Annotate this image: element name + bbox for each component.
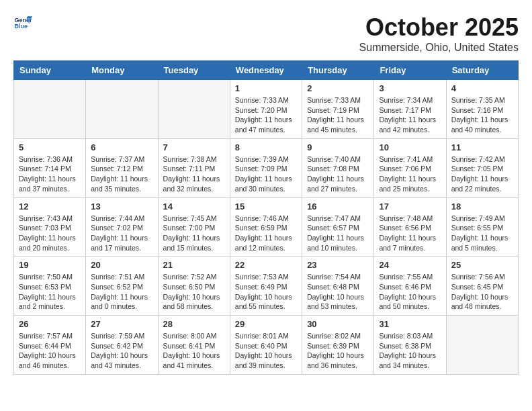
day-info: Sunrise: 8:01 AM Sunset: 6:40 PM Dayligh…	[235, 331, 297, 371]
day-number: 23	[307, 260, 369, 270]
calendar-cell	[446, 316, 518, 375]
day-number: 15	[235, 201, 297, 212]
day-number: 2	[307, 83, 369, 93]
day-number: 8	[235, 142, 297, 152]
logo: General Blue	[13, 13, 32, 32]
day-number: 1	[235, 83, 297, 93]
day-number: 10	[379, 142, 441, 152]
day-number: 19	[19, 260, 81, 270]
calendar-cell: 9Sunrise: 7:40 AM Sunset: 7:08 PM Daylig…	[302, 138, 374, 197]
day-number: 29	[235, 319, 297, 329]
calendar-cell	[14, 80, 86, 139]
day-number: 28	[163, 319, 225, 329]
day-number: 3	[379, 83, 441, 93]
weekday-header-friday: Friday	[374, 61, 446, 80]
calendar-cell: 7Sunrise: 7:38 AM Sunset: 7:11 PM Daylig…	[158, 138, 230, 197]
day-info: Sunrise: 7:45 AM Sunset: 7:00 PM Dayligh…	[163, 214, 225, 253]
day-info: Sunrise: 7:54 AM Sunset: 6:48 PM Dayligh…	[307, 272, 369, 312]
weekday-header-monday: Monday	[86, 61, 158, 80]
day-info: Sunrise: 7:33 AM Sunset: 7:20 PM Dayligh…	[235, 95, 297, 135]
calendar-cell: 30Sunrise: 8:02 AM Sunset: 6:39 PM Dayli…	[302, 316, 374, 375]
day-number: 31	[379, 319, 441, 329]
calendar-cell: 12Sunrise: 7:43 AM Sunset: 7:03 PM Dayli…	[14, 197, 86, 257]
week-row-4: 19Sunrise: 7:50 AM Sunset: 6:53 PM Dayli…	[14, 257, 519, 316]
day-info: Sunrise: 7:35 AM Sunset: 7:16 PM Dayligh…	[451, 95, 513, 135]
day-info: Sunrise: 7:33 AM Sunset: 7:19 PM Dayligh…	[307, 95, 369, 135]
day-number: 12	[19, 201, 81, 212]
calendar-cell: 18Sunrise: 7:49 AM Sunset: 6:55 PM Dayli…	[446, 197, 518, 257]
day-info: Sunrise: 7:59 AM Sunset: 6:42 PM Dayligh…	[91, 331, 152, 371]
week-row-3: 12Sunrise: 7:43 AM Sunset: 7:03 PM Dayli…	[14, 197, 519, 257]
calendar-cell: 28Sunrise: 8:00 AM Sunset: 6:41 PM Dayli…	[158, 316, 230, 375]
weekday-header-tuesday: Tuesday	[158, 61, 230, 80]
day-info: Sunrise: 7:38 AM Sunset: 7:11 PM Dayligh…	[163, 154, 225, 194]
calendar-cell: 19Sunrise: 7:50 AM Sunset: 6:53 PM Dayli…	[14, 257, 86, 316]
day-info: Sunrise: 7:40 AM Sunset: 7:08 PM Dayligh…	[307, 154, 369, 194]
day-info: Sunrise: 7:37 AM Sunset: 7:12 PM Dayligh…	[91, 154, 152, 194]
day-info: Sunrise: 7:44 AM Sunset: 7:02 PM Dayligh…	[91, 214, 152, 253]
weekday-header-wednesday: Wednesday	[230, 61, 302, 80]
day-info: Sunrise: 7:57 AM Sunset: 6:44 PM Dayligh…	[19, 331, 81, 371]
day-number: 16	[307, 201, 369, 212]
calendar-cell: 15Sunrise: 7:46 AM Sunset: 6:59 PM Dayli…	[230, 197, 302, 257]
day-number: 24	[379, 260, 441, 270]
day-number: 14	[163, 201, 225, 212]
day-info: Sunrise: 7:52 AM Sunset: 6:50 PM Dayligh…	[163, 272, 225, 312]
calendar-cell: 22Sunrise: 7:53 AM Sunset: 6:49 PM Dayli…	[230, 257, 302, 316]
day-number: 17	[379, 201, 441, 212]
calendar-cell: 25Sunrise: 7:56 AM Sunset: 6:45 PM Dayli…	[446, 257, 518, 316]
day-info: Sunrise: 7:56 AM Sunset: 6:45 PM Dayligh…	[451, 272, 513, 312]
day-info: Sunrise: 7:46 AM Sunset: 6:59 PM Dayligh…	[235, 214, 297, 253]
day-info: Sunrise: 7:36 AM Sunset: 7:14 PM Dayligh…	[19, 154, 81, 194]
day-number: 18	[451, 201, 513, 212]
calendar-cell: 29Sunrise: 8:01 AM Sunset: 6:40 PM Dayli…	[230, 316, 302, 375]
weekday-header-saturday: Saturday	[446, 61, 518, 80]
week-row-1: 1Sunrise: 7:33 AM Sunset: 7:20 PM Daylig…	[14, 80, 519, 139]
location-title: Summerside, Ohio, United States	[359, 42, 519, 54]
calendar-cell: 27Sunrise: 7:59 AM Sunset: 6:42 PM Dayli…	[86, 316, 158, 375]
calendar-cell: 14Sunrise: 7:45 AM Sunset: 7:00 PM Dayli…	[158, 197, 230, 257]
day-info: Sunrise: 7:50 AM Sunset: 6:53 PM Dayligh…	[19, 272, 81, 312]
calendar-cell: 21Sunrise: 7:52 AM Sunset: 6:50 PM Dayli…	[158, 257, 230, 316]
week-row-2: 5Sunrise: 7:36 AM Sunset: 7:14 PM Daylig…	[14, 138, 519, 197]
day-number: 21	[163, 260, 225, 270]
day-number: 9	[307, 142, 369, 152]
day-info: Sunrise: 7:43 AM Sunset: 7:03 PM Dayligh…	[19, 214, 81, 253]
calendar-cell: 31Sunrise: 8:03 AM Sunset: 6:38 PM Dayli…	[374, 316, 446, 375]
weekday-header-thursday: Thursday	[302, 61, 374, 80]
calendar-cell: 2Sunrise: 7:33 AM Sunset: 7:19 PM Daylig…	[302, 80, 374, 139]
svg-text:Blue: Blue	[14, 23, 28, 30]
day-number: 13	[91, 201, 152, 212]
title-section: October 2025 Summerside, Ohio, United St…	[359, 13, 519, 54]
day-number: 7	[163, 142, 225, 152]
day-info: Sunrise: 7:49 AM Sunset: 6:55 PM Dayligh…	[451, 214, 513, 253]
header: General Blue October 2025 Summerside, Oh…	[13, 13, 519, 54]
day-info: Sunrise: 7:34 AM Sunset: 7:17 PM Dayligh…	[379, 95, 441, 135]
calendar-cell: 13Sunrise: 7:44 AM Sunset: 7:02 PM Dayli…	[86, 197, 158, 257]
day-info: Sunrise: 7:42 AM Sunset: 7:05 PM Dayligh…	[451, 154, 513, 194]
calendar-cell: 8Sunrise: 7:39 AM Sunset: 7:09 PM Daylig…	[230, 138, 302, 197]
month-title: October 2025	[359, 13, 519, 42]
day-number: 5	[19, 142, 81, 152]
day-number: 26	[19, 319, 81, 329]
calendar-cell: 5Sunrise: 7:36 AM Sunset: 7:14 PM Daylig…	[14, 138, 86, 197]
day-info: Sunrise: 8:02 AM Sunset: 6:39 PM Dayligh…	[307, 331, 369, 371]
day-info: Sunrise: 7:48 AM Sunset: 6:56 PM Dayligh…	[379, 214, 441, 253]
day-number: 22	[235, 260, 297, 270]
calendar-cell	[86, 80, 158, 139]
calendar-cell: 26Sunrise: 7:57 AM Sunset: 6:44 PM Dayli…	[14, 316, 86, 375]
day-info: Sunrise: 7:41 AM Sunset: 7:06 PM Dayligh…	[379, 154, 441, 194]
logo-icon: General Blue	[13, 13, 32, 32]
day-number: 25	[451, 260, 513, 270]
calendar-cell: 17Sunrise: 7:48 AM Sunset: 6:56 PM Dayli…	[374, 197, 446, 257]
calendar-cell: 6Sunrise: 7:37 AM Sunset: 7:12 PM Daylig…	[86, 138, 158, 197]
calendar-cell: 24Sunrise: 7:55 AM Sunset: 6:46 PM Dayli…	[374, 257, 446, 316]
calendar-cell: 23Sunrise: 7:54 AM Sunset: 6:48 PM Dayli…	[302, 257, 374, 316]
day-number: 4	[451, 83, 513, 93]
day-info: Sunrise: 7:55 AM Sunset: 6:46 PM Dayligh…	[379, 272, 441, 312]
day-number: 6	[91, 142, 152, 152]
week-row-5: 26Sunrise: 7:57 AM Sunset: 6:44 PM Dayli…	[14, 316, 519, 375]
calendar-cell: 10Sunrise: 7:41 AM Sunset: 7:06 PM Dayli…	[374, 138, 446, 197]
day-number: 30	[307, 319, 369, 329]
day-number: 11	[451, 142, 513, 152]
